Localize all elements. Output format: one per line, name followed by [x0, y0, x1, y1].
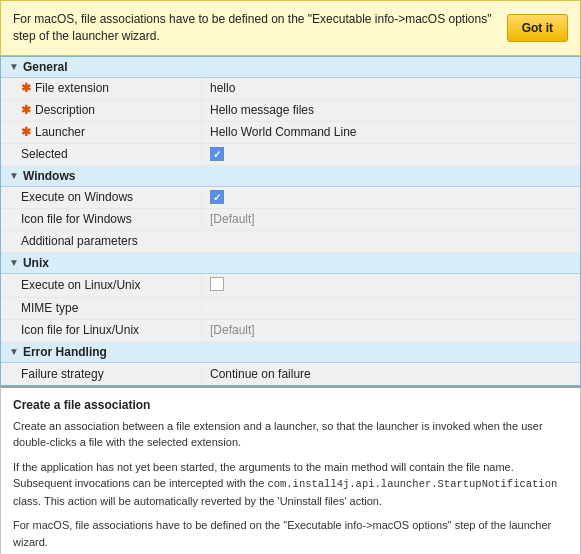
table-row-file-extension: ✱File extensionhello [1, 78, 580, 100]
section-header-general: ▼General [1, 57, 580, 78]
got-it-button[interactable]: Got it [507, 14, 568, 42]
table-container: ▼General✱File extensionhello✱Description… [0, 56, 581, 386]
label-text-execute-unix: Execute on Linux/Unix [21, 278, 140, 292]
table-row-icon-unix: Icon file for Linux/Unix[Default] [1, 320, 580, 342]
table-row-mime-type: MIME type [1, 298, 580, 320]
row-value-selected[interactable] [201, 144, 580, 165]
row-value-execute-unix[interactable] [201, 274, 580, 297]
table-row-launcher: ✱LauncherHello World Command Line [1, 122, 580, 144]
section-header-windows: ▼Windows [1, 166, 580, 187]
label-text-launcher: Launcher [35, 125, 85, 139]
row-value-mime-type [201, 305, 580, 311]
table-row-additional-params: Additional parameters [1, 231, 580, 253]
label-text-execute-windows: Execute on Windows [21, 190, 133, 204]
checkbox-execute-windows[interactable] [210, 190, 224, 204]
section-label-general: General [23, 60, 68, 74]
row-label-launcher: ✱Launcher [1, 122, 201, 142]
desc-paragraph-0: Create an association between a file ext… [13, 418, 568, 451]
label-text-icon-unix: Icon file for Linux/Unix [21, 323, 139, 337]
row-label-additional-params: Additional parameters [1, 231, 201, 251]
notification-banner: For macOS, file associations have to be … [0, 0, 581, 56]
label-text-selected: Selected [21, 147, 68, 161]
row-label-description: ✱Description [1, 100, 201, 120]
label-text-file-extension: File extension [35, 81, 109, 95]
checkbox-selected[interactable] [210, 147, 224, 161]
section-arrow-unix: ▼ [9, 257, 19, 268]
row-label-execute-unix: Execute on Linux/Unix [1, 275, 201, 295]
row-label-icon-unix: Icon file for Linux/Unix [1, 320, 201, 340]
section-header-error-handling: ▼Error Handling [1, 342, 580, 363]
section-label-windows: Windows [23, 169, 76, 183]
table-row-selected: Selected [1, 144, 580, 166]
row-label-selected: Selected [1, 144, 201, 164]
row-value-description: Hello message files [201, 100, 580, 120]
table-body: ▼General✱File extensionhello✱Description… [1, 57, 580, 385]
table-row-icon-windows: Icon file for Windows[Default] [1, 209, 580, 231]
row-value-icon-windows: [Default] [201, 209, 580, 229]
row-value-file-extension: hello [201, 78, 580, 98]
row-label-mime-type: MIME type [1, 298, 201, 318]
section-label-unix: Unix [23, 256, 49, 270]
row-label-icon-windows: Icon file for Windows [1, 209, 201, 229]
section-arrow-windows: ▼ [9, 170, 19, 181]
table-row-execute-unix: Execute on Linux/Unix [1, 274, 580, 298]
description-title: Create a file association [13, 398, 568, 412]
row-value-failure-strategy: Continue on failure [201, 364, 580, 384]
section-label-error-handling: Error Handling [23, 345, 107, 359]
row-value-icon-unix: [Default] [201, 320, 580, 340]
description-body: Create an association between a file ext… [13, 418, 568, 551]
table-row-description: ✱DescriptionHello message files [1, 100, 580, 122]
notification-text: For macOS, file associations have to be … [13, 11, 507, 45]
row-value-additional-params [201, 238, 580, 244]
row-label-failure-strategy: Failure strategy [1, 364, 201, 384]
section-header-unix: ▼Unix [1, 253, 580, 274]
required-star-description: ✱ [21, 103, 31, 117]
label-text-additional-params: Additional parameters [21, 234, 138, 248]
desc-paragraph-1: If the application has not yet been star… [13, 459, 568, 510]
row-value-launcher: Hello World Command Line [201, 122, 580, 142]
required-star-launcher: ✱ [21, 125, 31, 139]
code-span: com.install4j.api.launcher.StartupNotifi… [267, 478, 557, 490]
label-text-description: Description [35, 103, 95, 117]
table-row-failure-strategy: Failure strategyContinue on failure [1, 363, 580, 385]
row-value-execute-windows[interactable] [201, 187, 580, 208]
row-label-file-extension: ✱File extension [1, 78, 201, 98]
section-arrow-general: ▼ [9, 61, 19, 72]
required-star-file-extension: ✱ [21, 81, 31, 95]
table-row-execute-windows: Execute on Windows [1, 187, 580, 209]
checkbox-execute-unix[interactable] [210, 277, 224, 291]
desc-paragraph-2: For macOS, file associations have to be … [13, 517, 568, 550]
label-text-mime-type: MIME type [21, 301, 78, 315]
label-text-icon-windows: Icon file for Windows [21, 212, 132, 226]
section-arrow-error-handling: ▼ [9, 346, 19, 357]
description-panel: Create a file association Create an asso… [0, 386, 581, 554]
label-text-failure-strategy: Failure strategy [21, 367, 104, 381]
row-label-execute-windows: Execute on Windows [1, 187, 201, 207]
